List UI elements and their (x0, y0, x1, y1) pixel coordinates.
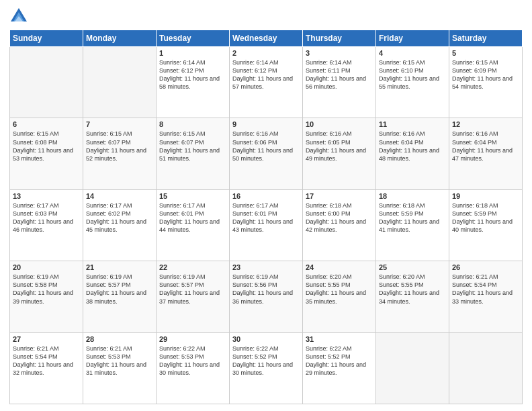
day-number: 14 (86, 192, 153, 200)
cell-content: Sunrise: 6:19 AM Sunset: 5:58 PM Dayligh… (13, 273, 80, 306)
day-number: 24 (306, 263, 373, 271)
table-cell: 1Sunrise: 6:14 AM Sunset: 6:12 PM Daylig… (157, 47, 230, 118)
col-header-saturday: Saturday (449, 30, 523, 47)
cell-content: Sunrise: 6:19 AM Sunset: 5:56 PM Dayligh… (232, 273, 300, 306)
table-cell (10, 47, 83, 118)
table-cell: 8Sunrise: 6:15 AM Sunset: 6:07 PM Daylig… (157, 118, 230, 189)
day-number: 1 (159, 49, 226, 57)
cell-content: Sunrise: 6:16 AM Sunset: 6:06 PM Dayligh… (232, 130, 300, 163)
table-cell: 18Sunrise: 6:18 AM Sunset: 5:59 PM Dayli… (376, 189, 449, 261)
table-cell: 19Sunrise: 6:18 AM Sunset: 5:59 PM Dayli… (449, 189, 523, 261)
cell-content: Sunrise: 6:17 AM Sunset: 6:03 PM Dayligh… (13, 201, 80, 234)
table-cell: 9Sunrise: 6:16 AM Sunset: 6:06 PM Daylig… (230, 118, 303, 189)
table-cell: 2Sunrise: 6:14 AM Sunset: 6:12 PM Daylig… (230, 47, 303, 118)
cell-content: Sunrise: 6:18 AM Sunset: 6:00 PM Dayligh… (306, 201, 373, 234)
table-cell (449, 332, 523, 404)
cell-content: Sunrise: 6:20 AM Sunset: 5:55 PM Dayligh… (306, 273, 373, 306)
table-cell: 30Sunrise: 6:22 AM Sunset: 5:52 PM Dayli… (230, 332, 303, 404)
cell-content: Sunrise: 6:15 AM Sunset: 6:09 PM Dayligh… (452, 58, 519, 91)
table-cell: 5Sunrise: 6:15 AM Sunset: 6:09 PM Daylig… (449, 47, 523, 118)
cell-content: Sunrise: 6:14 AM Sunset: 6:12 PM Dayligh… (232, 58, 300, 91)
cell-content: Sunrise: 6:20 AM Sunset: 5:55 PM Dayligh… (379, 273, 446, 306)
day-number: 9 (232, 120, 300, 128)
day-number: 18 (379, 192, 446, 200)
day-number: 28 (86, 335, 153, 343)
table-cell (376, 332, 449, 404)
col-header-thursday: Thursday (303, 30, 376, 47)
cell-content: Sunrise: 6:16 AM Sunset: 6:04 PM Dayligh… (452, 130, 519, 163)
cell-content: Sunrise: 6:14 AM Sunset: 6:12 PM Dayligh… (159, 58, 226, 91)
day-number: 12 (452, 120, 519, 128)
col-header-friday: Friday (376, 30, 449, 47)
table-cell: 14Sunrise: 6:17 AM Sunset: 6:02 PM Dayli… (83, 189, 157, 261)
day-number: 29 (159, 335, 226, 343)
table-cell: 12Sunrise: 6:16 AM Sunset: 6:04 PM Dayli… (449, 118, 523, 189)
cell-content: Sunrise: 6:15 AM Sunset: 6:10 PM Dayligh… (379, 58, 446, 91)
cell-content: Sunrise: 6:17 AM Sunset: 6:02 PM Dayligh… (86, 201, 153, 234)
day-number: 16 (232, 192, 300, 200)
cell-content: Sunrise: 6:18 AM Sunset: 5:59 PM Dayligh… (379, 201, 446, 234)
table-cell: 11Sunrise: 6:16 AM Sunset: 6:04 PM Dayli… (376, 118, 449, 189)
table-cell: 6Sunrise: 6:15 AM Sunset: 6:08 PM Daylig… (10, 118, 83, 189)
day-number: 13 (13, 192, 80, 200)
day-number: 3 (306, 49, 373, 57)
day-number: 17 (306, 192, 373, 200)
day-number: 4 (379, 49, 446, 57)
table-cell: 28Sunrise: 6:21 AM Sunset: 5:53 PM Dayli… (83, 332, 157, 404)
cell-content: Sunrise: 6:16 AM Sunset: 6:04 PM Dayligh… (379, 130, 446, 163)
day-number: 26 (452, 263, 519, 271)
col-header-sunday: Sunday (10, 30, 83, 47)
cell-content: Sunrise: 6:19 AM Sunset: 5:57 PM Dayligh… (159, 273, 226, 306)
cell-content: Sunrise: 6:15 AM Sunset: 6:07 PM Dayligh… (86, 130, 153, 163)
table-cell: 17Sunrise: 6:18 AM Sunset: 6:00 PM Dayli… (303, 189, 376, 261)
day-number: 5 (452, 49, 519, 57)
cell-content: Sunrise: 6:15 AM Sunset: 6:07 PM Dayligh… (159, 130, 226, 163)
table-cell: 20Sunrise: 6:19 AM Sunset: 5:58 PM Dayli… (10, 261, 83, 332)
table-cell: 27Sunrise: 6:21 AM Sunset: 5:54 PM Dayli… (10, 332, 83, 404)
table-cell: 13Sunrise: 6:17 AM Sunset: 6:03 PM Dayli… (10, 189, 83, 261)
day-number: 20 (13, 263, 80, 271)
day-number: 8 (159, 120, 226, 128)
day-number: 15 (159, 192, 226, 200)
col-header-tuesday: Tuesday (157, 30, 230, 47)
logo (9, 7, 31, 26)
cell-content: Sunrise: 6:21 AM Sunset: 5:53 PM Dayligh… (86, 345, 153, 377)
calendar-table: SundayMondayTuesdayWednesdayThursdayFrid… (9, 30, 523, 404)
day-number: 2 (232, 49, 300, 57)
day-number: 22 (159, 263, 226, 271)
cell-content: Sunrise: 6:17 AM Sunset: 6:01 PM Dayligh… (232, 201, 300, 234)
table-cell: 21Sunrise: 6:19 AM Sunset: 5:57 PM Dayli… (83, 261, 157, 332)
col-header-monday: Monday (83, 30, 157, 47)
table-cell (83, 47, 157, 118)
table-cell: 29Sunrise: 6:22 AM Sunset: 5:53 PM Dayli… (157, 332, 230, 404)
table-cell: 31Sunrise: 6:22 AM Sunset: 5:52 PM Dayli… (303, 332, 376, 404)
day-number: 10 (306, 120, 373, 128)
day-number: 7 (86, 120, 153, 128)
day-number: 23 (232, 263, 300, 271)
cell-content: Sunrise: 6:21 AM Sunset: 5:54 PM Dayligh… (452, 273, 519, 306)
day-number: 6 (13, 120, 80, 128)
day-number: 19 (452, 192, 519, 200)
table-cell: 15Sunrise: 6:17 AM Sunset: 6:01 PM Dayli… (157, 189, 230, 261)
cell-content: Sunrise: 6:19 AM Sunset: 5:57 PM Dayligh… (86, 273, 153, 306)
table-cell: 22Sunrise: 6:19 AM Sunset: 5:57 PM Dayli… (157, 261, 230, 332)
calendar-page: SundayMondayTuesdayWednesdayThursdayFrid… (0, 0, 532, 411)
day-number: 31 (306, 335, 373, 343)
header (9, 7, 523, 26)
table-cell: 3Sunrise: 6:14 AM Sunset: 6:11 PM Daylig… (303, 47, 376, 118)
day-number: 11 (379, 120, 446, 128)
cell-content: Sunrise: 6:14 AM Sunset: 6:11 PM Dayligh… (306, 58, 373, 91)
cell-content: Sunrise: 6:22 AM Sunset: 5:53 PM Dayligh… (159, 345, 226, 377)
table-cell: 16Sunrise: 6:17 AM Sunset: 6:01 PM Dayli… (230, 189, 303, 261)
table-cell: 10Sunrise: 6:16 AM Sunset: 6:05 PM Dayli… (303, 118, 376, 189)
table-cell: 24Sunrise: 6:20 AM Sunset: 5:55 PM Dayli… (303, 261, 376, 332)
cell-content: Sunrise: 6:18 AM Sunset: 5:59 PM Dayligh… (452, 201, 519, 234)
col-header-wednesday: Wednesday (230, 30, 303, 47)
day-number: 21 (86, 263, 153, 271)
day-number: 27 (13, 335, 80, 343)
day-number: 30 (232, 335, 300, 343)
table-cell: 4Sunrise: 6:15 AM Sunset: 6:10 PM Daylig… (376, 47, 449, 118)
day-number: 25 (379, 263, 446, 271)
table-cell: 26Sunrise: 6:21 AM Sunset: 5:54 PM Dayli… (449, 261, 523, 332)
cell-content: Sunrise: 6:15 AM Sunset: 6:08 PM Dayligh… (13, 130, 80, 163)
